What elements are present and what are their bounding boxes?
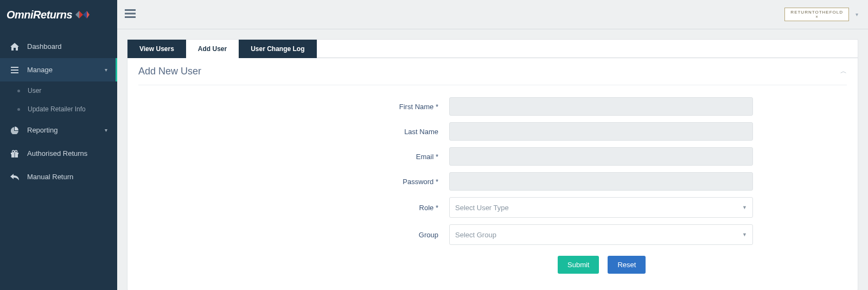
caret-down-icon: ▼ xyxy=(742,232,747,237)
logo: OmniReturns xyxy=(0,0,117,29)
pie-chart-icon xyxy=(10,127,20,134)
account-sub-icon: ✕ xyxy=(815,15,819,19)
panel-title: Add New User xyxy=(138,66,201,77)
email-label: Email * xyxy=(221,153,449,161)
hamburger-icon[interactable] xyxy=(125,9,136,20)
svg-rect-12 xyxy=(125,9,136,11)
sidebar-item-authorised-returns[interactable]: Authorised Returns xyxy=(0,142,117,165)
last-name-label: Last Name xyxy=(221,128,449,136)
sidebar-item-dashboard[interactable]: Dashboard xyxy=(0,35,117,58)
first-name-label: First Name * xyxy=(221,103,449,111)
sidebar-subitem-label: Update Retailer Info xyxy=(28,105,86,113)
sidebar-item-manage[interactable]: Manage ▾ xyxy=(0,58,117,81)
svg-rect-9 xyxy=(14,153,15,157)
sidebar-item-label: Reporting xyxy=(27,126,58,134)
sidebar-subitem-update-retailer[interactable]: Update Retailer Info xyxy=(0,100,117,118)
svg-marker-0 xyxy=(75,11,79,18)
password-label: Password * xyxy=(221,178,449,186)
sidebar-item-label: Manual Return xyxy=(27,173,73,181)
sidebar-item-manual-return[interactable]: Manual Return xyxy=(0,165,117,188)
svg-rect-6 xyxy=(11,72,18,73)
sidebar-submenu-manage: User Update Retailer Info xyxy=(0,81,117,118)
group-select[interactable]: Select Group ▼ xyxy=(449,224,753,245)
sidebar-subitem-label: User xyxy=(28,87,41,94)
sidebar: OmniReturns Dashboard xyxy=(0,0,117,290)
account-name: RETURNTOTHEFOLD xyxy=(790,10,843,15)
svg-marker-3 xyxy=(87,11,90,18)
sidebar-item-label: Authorised Returns xyxy=(27,149,87,157)
chevron-up-icon[interactable]: ︿ xyxy=(840,67,847,76)
logo-mark-icon xyxy=(75,9,90,21)
topbar: RETURNTOTHEFOLD ✕ ▾ xyxy=(117,0,868,29)
sidebar-item-label: Manage xyxy=(27,66,53,74)
main-area: RETURNTOTHEFOLD ✕ ▾ View Users Add User … xyxy=(117,0,868,290)
tab-view-users[interactable]: View Users xyxy=(127,40,186,58)
svg-marker-1 xyxy=(79,11,83,18)
svg-rect-13 xyxy=(125,13,136,15)
sidebar-item-label: Dashboard xyxy=(27,42,62,51)
tabs: View Users Add User User Change Log xyxy=(127,40,858,58)
email-field[interactable] xyxy=(449,147,753,166)
password-field[interactable] xyxy=(449,172,753,191)
menu-icon xyxy=(10,67,20,73)
svg-rect-5 xyxy=(11,70,18,71)
svg-point-10 xyxy=(12,150,15,153)
tab-add-user[interactable]: Add User xyxy=(186,40,239,58)
caret-down-icon: ▼ xyxy=(742,205,747,210)
role-label: Role * xyxy=(221,204,449,212)
chevron-down-icon: ▾ xyxy=(105,127,107,133)
role-select[interactable]: Select User Type ▼ xyxy=(449,197,753,218)
role-select-value: Select User Type xyxy=(455,204,509,212)
reset-button[interactable]: Reset xyxy=(608,256,646,274)
sidebar-nav: Dashboard Manage ▾ User Update Retailer … xyxy=(0,29,117,188)
group-select-value: Select Group xyxy=(455,231,496,239)
account-badge[interactable]: RETURNTOTHEFOLD ✕ xyxy=(784,8,849,21)
group-label: Group xyxy=(221,231,449,239)
logo-text: OmniReturns xyxy=(7,9,72,21)
first-name-field[interactable] xyxy=(449,97,753,116)
svg-marker-2 xyxy=(83,11,87,18)
sidebar-item-reporting[interactable]: Reporting ▾ xyxy=(0,118,117,142)
tab-user-change-log[interactable]: User Change Log xyxy=(239,40,316,58)
chevron-down-icon[interactable]: ▾ xyxy=(853,11,860,17)
gift-icon xyxy=(10,150,20,157)
svg-point-11 xyxy=(15,150,17,153)
chevron-down-icon: ▾ xyxy=(105,67,107,73)
home-icon xyxy=(10,43,20,51)
reply-icon xyxy=(10,174,20,180)
svg-rect-4 xyxy=(11,67,18,68)
sidebar-subitem-user[interactable]: User xyxy=(0,81,117,100)
svg-rect-14 xyxy=(125,16,136,18)
submit-button[interactable]: Submit xyxy=(558,256,599,274)
add-user-form: First Name * Last Name Ema xyxy=(221,97,764,274)
last-name-field[interactable] xyxy=(449,122,753,141)
panel: View Users Add User User Change Log Add … xyxy=(127,39,858,290)
